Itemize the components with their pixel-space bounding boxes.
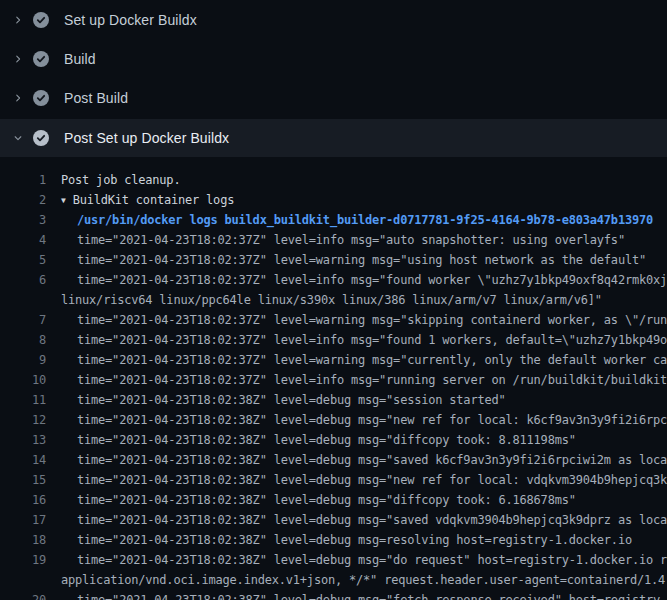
- log-line[interactable]: 11 time="2021-04-23T18:02:38Z" level=deb…: [0, 390, 667, 410]
- log-line[interactable]: 19 time="2021-04-23T18:02:38Z" level=deb…: [0, 550, 667, 570]
- step-post-build[interactable]: Post Build: [0, 78, 667, 117]
- log-text: time="2021-04-23T18:02:38Z" level=debug …: [77, 390, 506, 410]
- line-number[interactable]: 19: [0, 550, 46, 570]
- log-text: /usr/bin/docker logs buildx_buildkit_bui…: [77, 210, 653, 230]
- log-line[interactable]: 15 time="2021-04-23T18:02:38Z" level=deb…: [0, 470, 667, 490]
- log-line[interactable]: 12 time="2021-04-23T18:02:38Z" level=deb…: [0, 410, 667, 430]
- log-text: time="2021-04-23T18:02:37Z" level=info m…: [77, 230, 625, 250]
- chevron-right-icon[interactable]: [13, 93, 33, 103]
- line-number[interactable]: 5: [0, 250, 46, 270]
- log-line[interactable]: 9 time="2021-04-23T18:02:37Z" level=warn…: [0, 350, 667, 370]
- line-number[interactable]: 16: [0, 490, 46, 510]
- log-text: time="2021-04-23T18:02:38Z" level=debug …: [77, 470, 667, 490]
- line-number[interactable]: 13: [0, 430, 46, 450]
- line-number[interactable]: 7: [0, 310, 46, 330]
- step-label: Post Build: [64, 90, 128, 106]
- log-line[interactable]: 4 time="2021-04-23T18:02:37Z" level=info…: [0, 230, 667, 250]
- log-text: ▼BuildKit container logs: [61, 190, 234, 210]
- log-line[interactable]: 13 time="2021-04-23T18:02:38Z" level=deb…: [0, 430, 667, 450]
- step-label: Post Set up Docker Buildx: [64, 130, 229, 146]
- line-number[interactable]: 10: [0, 370, 46, 390]
- log-line[interactable]: 5 time="2021-04-23T18:02:37Z" level=warn…: [0, 250, 667, 270]
- log-line[interactable]: 17 time="2021-04-23T18:02:38Z" level=deb…: [0, 510, 667, 530]
- log-text: time="2021-04-23T18:02:38Z" level=debug …: [77, 450, 667, 470]
- log-line[interactable]: 3 /usr/bin/docker logs buildx_buildkit_b…: [0, 210, 667, 230]
- line-number[interactable]: 12: [0, 410, 46, 430]
- log-line[interactable]: 6 time="2021-04-23T18:02:37Z" level=info…: [0, 270, 667, 290]
- line-number[interactable]: 17: [0, 510, 46, 530]
- log-text: Post job cleanup.: [61, 170, 180, 190]
- log-line[interactable]: 7 time="2021-04-23T18:02:37Z" level=warn…: [0, 310, 667, 330]
- log-line[interactable]: 16 time="2021-04-23T18:02:38Z" level=deb…: [0, 490, 667, 510]
- line-number[interactable]: 14: [0, 450, 46, 470]
- line-number[interactable]: 11: [0, 390, 46, 410]
- line-number[interactable]: 1: [0, 170, 46, 190]
- log-line[interactable]: 18 time="2021-04-23T18:02:38Z" level=deb…: [0, 530, 667, 550]
- log-line[interactable]: 2 ▼BuildKit container logs: [0, 190, 667, 210]
- log-line[interactable]: linux/riscv64 linux/ppc64le linux/s390x …: [0, 290, 667, 310]
- line-number[interactable]: [0, 570, 46, 590]
- line-number[interactable]: 6: [0, 270, 46, 290]
- step-label: Set up Docker Buildx: [64, 12, 197, 28]
- line-number[interactable]: [0, 290, 46, 310]
- step-post-set-up-docker-buildx[interactable]: Post Set up Docker Buildx: [0, 119, 667, 157]
- group-expanded-icon[interactable]: ▼: [61, 191, 66, 211]
- step-set-up-docker-buildx[interactable]: Set up Docker Buildx: [0, 0, 667, 39]
- log-text: time="2021-04-23T18:02:37Z" level=info m…: [77, 270, 667, 290]
- step-build[interactable]: Build: [0, 39, 667, 78]
- log-text: time="2021-04-23T18:02:37Z" level=info m…: [77, 330, 667, 350]
- line-number[interactable]: 18: [0, 530, 46, 550]
- step-label: Build: [64, 51, 96, 67]
- check-circle-icon: [33, 12, 49, 28]
- log-text: time="2021-04-23T18:02:38Z" level=debug …: [77, 590, 667, 600]
- log-line[interactable]: 8 time="2021-04-23T18:02:37Z" level=info…: [0, 330, 667, 350]
- line-number[interactable]: 2: [0, 190, 46, 210]
- log-text: time="2021-04-23T18:02:37Z" level=warnin…: [77, 350, 667, 370]
- log-text: time="2021-04-23T18:02:38Z" level=debug …: [77, 410, 667, 430]
- line-number[interactable]: 9: [0, 350, 46, 370]
- log-line[interactable]: 14 time="2021-04-23T18:02:38Z" level=deb…: [0, 450, 667, 470]
- log-text: time="2021-04-23T18:02:37Z" level=info m…: [77, 370, 667, 390]
- check-circle-icon: [33, 130, 49, 146]
- line-number[interactable]: 20: [0, 590, 46, 600]
- log-text: time="2021-04-23T18:02:38Z" level=debug …: [77, 550, 667, 570]
- log-viewer[interactable]: 1 Post job cleanup. 2 ▼BuildKit containe…: [0, 157, 667, 600]
- line-number[interactable]: 15: [0, 470, 46, 490]
- log-line[interactable]: 1 Post job cleanup.: [0, 170, 667, 190]
- log-text: time="2021-04-23T18:02:38Z" level=debug …: [77, 430, 576, 450]
- log-text: time="2021-04-23T18:02:38Z" level=debug …: [77, 530, 632, 550]
- chevron-right-icon[interactable]: [13, 54, 33, 64]
- log-text: time="2021-04-23T18:02:37Z" level=warnin…: [77, 250, 646, 270]
- log-text: time="2021-04-23T18:02:38Z" level=debug …: [77, 510, 667, 530]
- chevron-right-icon[interactable]: [13, 15, 33, 25]
- line-number[interactable]: 3: [0, 210, 46, 230]
- line-number[interactable]: 8: [0, 330, 46, 350]
- actions-log-panel: Set up Docker Buildx Build Post Build: [0, 0, 667, 600]
- chevron-down-icon[interactable]: [13, 133, 33, 143]
- line-number[interactable]: 4: [0, 230, 46, 250]
- check-circle-icon: [33, 51, 49, 67]
- log-line[interactable]: application/vnd.oci.image.index.v1+json,…: [0, 570, 667, 590]
- step-list: Set up Docker Buildx Build Post Build: [0, 0, 667, 157]
- log-text: time="2021-04-23T18:02:37Z" level=warnin…: [77, 310, 667, 330]
- log-text: time="2021-04-23T18:02:38Z" level=debug …: [77, 490, 576, 510]
- log-line[interactable]: 20 time="2021-04-23T18:02:38Z" level=deb…: [0, 590, 667, 600]
- log-text: linux/riscv64 linux/ppc64le linux/s390x …: [61, 290, 602, 310]
- log-text: application/vnd.oci.image.index.v1+json,…: [61, 570, 665, 590]
- check-circle-icon: [33, 90, 49, 106]
- log-line[interactable]: 10 time="2021-04-23T18:02:37Z" level=inf…: [0, 370, 667, 390]
